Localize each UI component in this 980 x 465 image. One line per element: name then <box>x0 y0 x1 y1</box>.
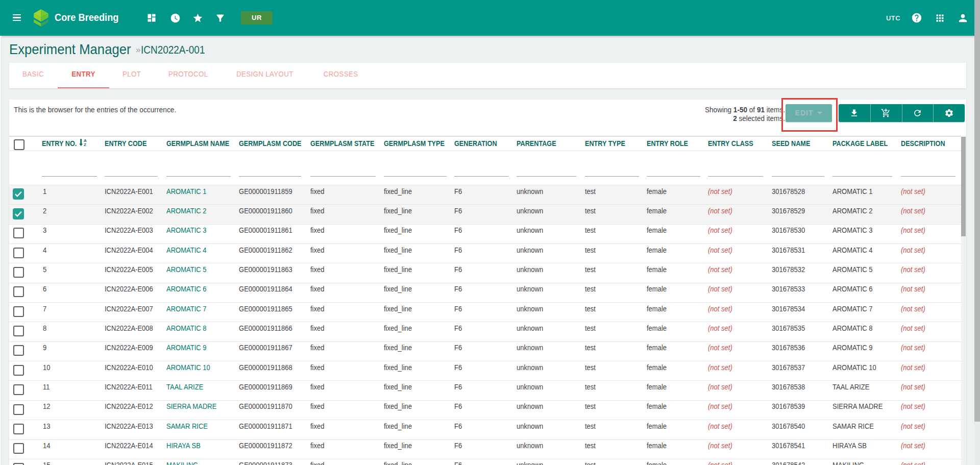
svg-text:Z: Z <box>84 142 86 147</box>
